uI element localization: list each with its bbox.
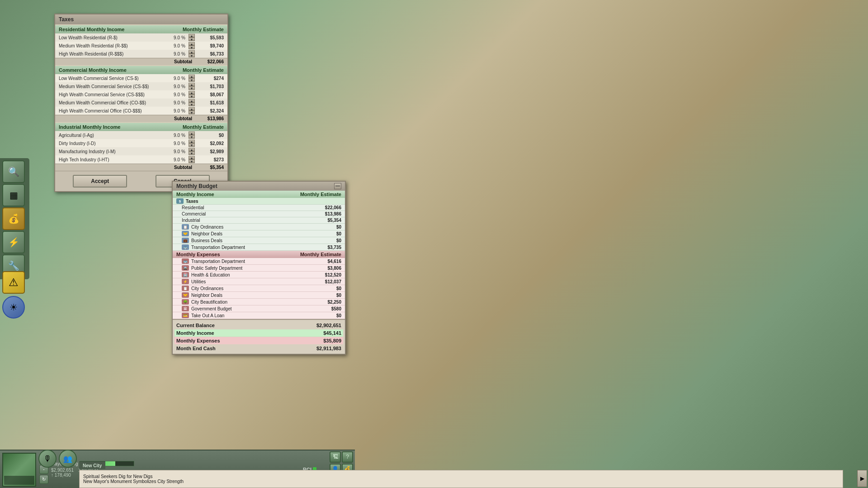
stepper-up[interactable]: ▲ (189, 34, 195, 38)
residential-subtotal: Subtotal $22,066 (55, 58, 227, 65)
stepper-up[interactable]: ▲ (189, 99, 195, 103)
table-row: Agricultural (I-Ag) 9.0 % ▲ ▼ $0 (55, 131, 227, 139)
table-row: Medium Wealth Residential (R-$$) 9.0 % ▲… (55, 42, 227, 50)
stepper-down[interactable]: ▼ (189, 78, 195, 82)
budget-dialog: Monthly Budget — Monthly Income Monthly … (172, 181, 346, 355)
tax-stepper[interactable]: ▲ ▼ (189, 91, 195, 98)
list-item[interactable]: 🏛 Government Budget $580 (173, 305, 345, 312)
industrial-header: Industrial Monthly Income Monthly Estima… (55, 123, 227, 131)
taxes-title: Taxes (55, 14, 227, 24)
bulldoze-btn[interactable]: 🏗 (330, 451, 341, 463)
list-item: Commercial $13,986 (173, 211, 345, 217)
toolbar-zones-btn[interactable]: ▦ (2, 184, 25, 206)
tax-stepper[interactable]: ▲ ▼ (189, 99, 195, 106)
income-section-header: Monthly Income Monthly Estimate (173, 191, 345, 198)
stepper-down[interactable]: ▼ (189, 103, 195, 106)
stepper-down[interactable]: ▼ (189, 86, 195, 90)
table-row: Medium Wealth Commercial Office (CO-$$) … (55, 99, 227, 107)
tax-stepper[interactable]: ▲ ▼ (189, 42, 195, 49)
stepper-up[interactable]: ▲ (189, 140, 195, 143)
tax-stepper[interactable]: ▲ ▼ (189, 156, 195, 163)
transport-income-icon: 🚌 (182, 244, 189, 250)
current-balance-row: Current Balance $2,902,651 (176, 322, 341, 329)
stepper-down[interactable]: ▼ (189, 111, 195, 114)
list-item[interactable]: 💳 Take Out A Loan $0 (173, 312, 345, 319)
business-icon: 💼 (182, 238, 189, 243)
list-item[interactable]: ⚡ Utilities $12,037 (173, 278, 345, 285)
stepper-down[interactable]: ▼ (189, 143, 195, 147)
stepper-up[interactable]: ▲ (189, 107, 195, 111)
list-item[interactable]: 🌳 City Beautification $2,250 (173, 299, 345, 305)
table-row: Low Wealth Residential (R-$) 9.0 % ▲ ▼ $… (55, 33, 227, 42)
news-line-2: New Mayor's Monument Symbolizes City Str… (83, 479, 839, 484)
stepper-down[interactable]: ▼ (189, 38, 195, 41)
toolbar-transport-btn[interactable]: ⚡ (2, 231, 25, 253)
health-icon: 🏥 (182, 272, 189, 277)
mayor-icon[interactable]: 🎙 (38, 450, 57, 468)
loan-icon: 💳 (182, 313, 189, 318)
list-item[interactable]: 🚌 Transportation Department $3,735 (173, 244, 345, 251)
news-line-1: Spiritual Seekers Dig for New Digs (83, 474, 839, 479)
stepper-up[interactable]: ▲ (189, 156, 195, 160)
stepper-down[interactable]: ▼ (189, 54, 195, 57)
query-tool-btn[interactable]: ? (342, 451, 353, 463)
list-item[interactable]: 📋 City Ordinances $0 (173, 224, 345, 230)
table-row: Manufacturing Industry (I-M) 9.0 % ▲ ▼ $… (55, 147, 227, 155)
stepper-up[interactable]: ▲ (189, 91, 195, 94)
list-item: Residential $22,066 (173, 205, 345, 211)
warning-icon[interactable]: ⚠ (2, 271, 25, 294)
accept-button[interactable]: Accept (73, 175, 127, 188)
list-item[interactable]: 🤝 Neighbor Deals $0 (173, 292, 345, 299)
list-item: $ Taxes (173, 198, 345, 205)
stepper-up[interactable]: ▲ (189, 42, 195, 46)
stepper-up[interactable]: ▲ (189, 75, 195, 78)
tax-stepper[interactable]: ▲ ▼ (189, 107, 195, 114)
stepper-down[interactable]: ▼ (189, 94, 195, 98)
stepper-down[interactable]: ▼ (189, 46, 195, 49)
tax-stepper[interactable]: ▲ ▼ (189, 83, 195, 90)
stepper-down[interactable]: ▼ (189, 160, 195, 163)
time-icon[interactable]: ☀ (2, 296, 25, 319)
tax-stepper[interactable]: ▲ ▼ (189, 140, 195, 147)
industrial-subtotal: Subtotal $5,354 (55, 164, 227, 171)
list-item[interactable]: 🚔 Public Safety Department $3,806 (173, 265, 345, 272)
list-item[interactable]: 🤝 Neighbor Deals $0 (173, 230, 345, 237)
stepper-up[interactable]: ▲ (189, 148, 195, 151)
safety-icon: 🚔 (182, 265, 189, 271)
toolbar-budget-btn[interactable]: 💰 (2, 207, 25, 230)
minimize-button[interactable]: — (334, 183, 341, 189)
toolbar-query-btn[interactable]: 🔍 (2, 160, 25, 183)
commercial-subtotal: Subtotal $13,986 (55, 115, 227, 122)
stepper-up[interactable]: ▲ (189, 131, 195, 135)
stepper-down[interactable]: ▼ (189, 135, 195, 139)
list-item: Industrial $5,354 (173, 217, 345, 224)
residential-header: Residential Monthly Income Monthly Estim… (55, 25, 227, 33)
news-expand-button[interactable]: ▶ (857, 470, 867, 487)
tax-stepper[interactable]: ▲ ▼ (189, 75, 195, 82)
table-row: High Wealth Commercial Service (CS-$$$) … (55, 90, 227, 99)
minimap[interactable] (2, 453, 36, 487)
list-item[interactable]: 🚌 Transportation Department $4,616 (173, 258, 345, 265)
rotate-btn[interactable]: ↻ (39, 475, 48, 484)
balance-section: Current Balance $2,902,651 Monthly Incom… (173, 319, 345, 354)
toolbar-row-1: 🏗 ? (330, 451, 353, 463)
table-row: Dirty Industry (I-D) 9.0 % ▲ ▼ $2,092 (55, 139, 227, 147)
population-display: ↑ 178,490 (51, 473, 71, 478)
tax-stepper[interactable]: ▲ ▼ (189, 148, 195, 155)
stepper-up[interactable]: ▲ (189, 83, 195, 86)
list-item[interactable]: 💼 Business Deals $0 (173, 237, 345, 244)
table-row: High Wealth Commercial Office (CO-$$$) 9… (55, 107, 227, 115)
table-row: Medium Wealth Commercial Service (CS-$$)… (55, 82, 227, 90)
list-item[interactable]: 🏥 Health & Education $12,520 (173, 272, 345, 278)
stepper-down[interactable]: ▼ (189, 151, 195, 155)
list-item[interactable]: 📋 City Ordinances $0 (173, 285, 345, 292)
stepper-up[interactable]: ▲ (189, 50, 195, 54)
tax-stepper[interactable]: ▲ ▼ (189, 50, 195, 57)
people-icon[interactable]: 👥 (59, 450, 77, 468)
table-row: Low Wealth Commercial Service (CS-$) 9.0… (55, 74, 227, 82)
taxes-dialog: Taxes Residential Monthly Income Monthly… (54, 14, 228, 192)
city-name: New City (83, 463, 102, 468)
transport-expense-icon: 🚌 (182, 258, 189, 264)
tax-stepper[interactable]: ▲ ▼ (189, 34, 195, 41)
tax-stepper[interactable]: ▲ ▼ (189, 131, 195, 139)
